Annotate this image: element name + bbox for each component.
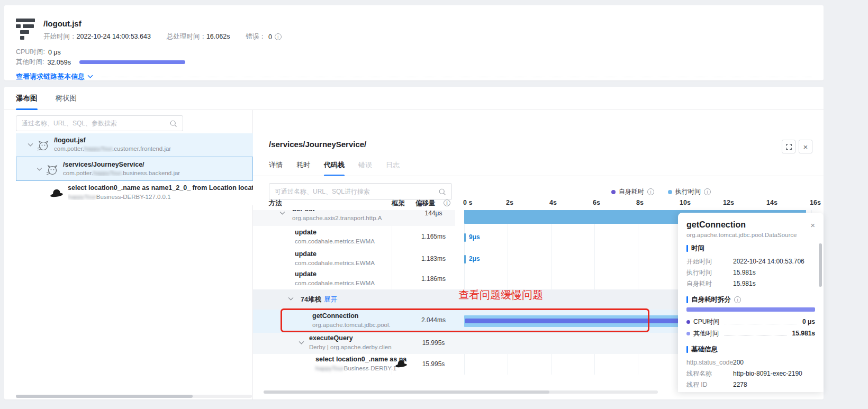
other-time-value: 32.059s [47,59,70,66]
tomcat-icon [36,140,50,152]
dotted-leader [724,335,787,336]
offset-value: 1.186ms [412,275,455,283]
cpu-time-label: CPU时间: [16,48,45,57]
derby-hat-icon [395,359,408,368]
close-panel-button[interactable]: × [799,140,812,153]
popup-class-name: org.apache.tomcat.jdbc.pool.DataSource [686,232,815,238]
method-name: select location0_.name as na [315,356,406,363]
table-horizontal-scrollbar[interactable] [264,390,658,394]
tab-duration[interactable]: 耗时 [296,160,310,176]
offset-value: 15.995s [412,360,455,368]
axis-tick: 8s [636,199,644,206]
popup-kv-row: 执行时间15.981s [686,267,815,278]
tab-waterfall[interactable]: 瀑布图 [16,87,38,110]
chevron-down-icon[interactable] [37,167,42,171]
tree-item-logout[interactable]: /logout.jsf com.potter.happyTour.custome… [16,133,253,157]
span-detail-popup: getConnection × org.apache.tomcat.jdbc.p… [678,213,824,392]
offset-value: 1.183ms [412,255,455,262]
column-method: 方法 [269,199,282,208]
offset-info-icon[interactable]: i [444,199,450,206]
exec-time-dot [668,190,672,194]
offset-value: 1.165ms [412,233,455,240]
trace-detail-card: 瀑布图 树状图 /logout.jsf com.potter.happyTour… [4,87,824,399]
timeline-legend: 自身耗时i 执行时间i [611,187,711,196]
trace-meta: 开始时间：2022-10-24 14:00:53.643 总处理时间：16.06… [43,32,282,41]
section-marker [686,296,688,303]
tree-item-package: com.potter.happyTour.business.backend.ja… [63,170,180,176]
tree-search-input[interactable] [22,120,169,127]
table-header: 方法 框架 偏移量 i 0 s 2s 4s 6s 8s 10s 12s 14s … [253,198,824,210]
column-offset: 偏移量 [415,199,436,208]
method-package: org.apache.axis2.transport.http.A [292,215,382,221]
popup-section-time: 时间 [686,244,815,253]
tab-tree[interactable]: 树状图 [56,87,77,110]
method-package: com.codahale.metrics.EWMA [295,280,375,286]
popup-kv-row: http.status_code200 [686,357,815,368]
tab-code-stack[interactable]: 代码栈 [324,160,345,176]
method-name: update [295,270,317,278]
popup-close-icon[interactable]: × [810,221,815,229]
page-title: /logout.jsf [43,19,82,28]
method-name: executeQuery [309,334,353,342]
self-time-dot [611,190,616,194]
chevron-down-icon [87,75,93,79]
tab-errors[interactable]: 错误 [358,160,372,176]
tree-horizontal-scrollbar[interactable] [16,395,252,398]
error-info-icon[interactable]: i [275,33,282,40]
popup-kv-row: 开始时间2022-10-24 14:00:53.706 [686,256,815,267]
info-icon[interactable]: i [704,188,711,195]
derby-hat-icon [50,188,64,198]
tab-logs[interactable]: 日志 [386,160,400,176]
start-time-label: 开始时间： [43,33,77,40]
other-time-label: 其他时间: [16,58,44,67]
dotted-leader [725,324,797,324]
popup-kv-row-clipped: Trace ID00000i000006-77-i9.1.1.11-0l-45i… [686,390,815,392]
chevron-down-icon[interactable] [28,143,33,147]
scrollbar-thumb[interactable] [16,395,193,398]
cpu-time-value: 0 μs [48,49,61,56]
method-package: org.apache.tomcat.jdbc.pool. [312,322,391,328]
chevron-down-icon[interactable] [288,297,294,301]
info-icon[interactable]: i [647,188,654,195]
view-trace-basic-info-link[interactable]: 查看请求链路基本信息 [16,72,93,81]
expand-stack-link[interactable]: 展开 [324,295,337,304]
cpu-time-row: CPU时间: 0 μs [16,48,61,57]
tree-item-sql[interactable]: select location0_.name as name1_2_0_ fro… [16,181,253,205]
offset-value: 15.995s [412,339,455,347]
info-icon[interactable]: i [734,296,741,303]
fullscreen-button[interactable] [782,140,795,153]
popup-kv-row: 线程名称http-bio-8091-exec-2190 [686,368,815,379]
other-time-dot [686,332,690,335]
scrollbar-thumb[interactable] [264,390,549,394]
exec-time-bar[interactable] [464,233,466,242]
other-time-bar [79,60,185,64]
cpu-time-dot [686,320,690,324]
link-row: 查看请求链路基本信息 [16,72,812,81]
close-icon: × [803,142,808,151]
trace-tree-icon [16,17,39,40]
tomcat-icon [45,164,59,177]
axis-tick: 12s [723,199,734,206]
breakdown-cpu-row: CPU时间 0 μs [686,316,815,328]
exec-time-bar[interactable] [464,255,466,263]
axis-tick: 2s [506,199,513,206]
other-time-row: 其他时间: 32.059s [16,58,185,67]
span-title: /services/JourneyService/ [269,140,366,149]
tree-item-journeyservice[interactable]: /services/JourneyService/ com.potter.hap… [16,157,253,181]
axis-tick: 10s [680,199,691,206]
popup-section-breakdown: 自身耗时拆分i [686,295,815,304]
tree-item-title: /logout.jsf [54,137,86,144]
bar-duration-label: 2μs [469,255,480,262]
popup-vertical-scrollbar[interactable] [819,243,822,287]
tab-details[interactable]: 详情 [269,160,283,176]
axis-tick: 4s [549,199,557,206]
annotation-text: 查看问题缓慢问题 [458,288,543,302]
stack-group-label: 74堆栈 [301,295,321,304]
section-marker [686,245,688,252]
redacted-text: happyTour [93,170,121,176]
stack-search-input[interactable] [275,188,438,195]
tree-item-title: /services/JourneyService/ [63,161,144,168]
redacted-text: happyTour [68,194,96,200]
method-datasource: happyTourBusiness-DERBY-1 [315,365,396,371]
search-icon [169,120,177,128]
